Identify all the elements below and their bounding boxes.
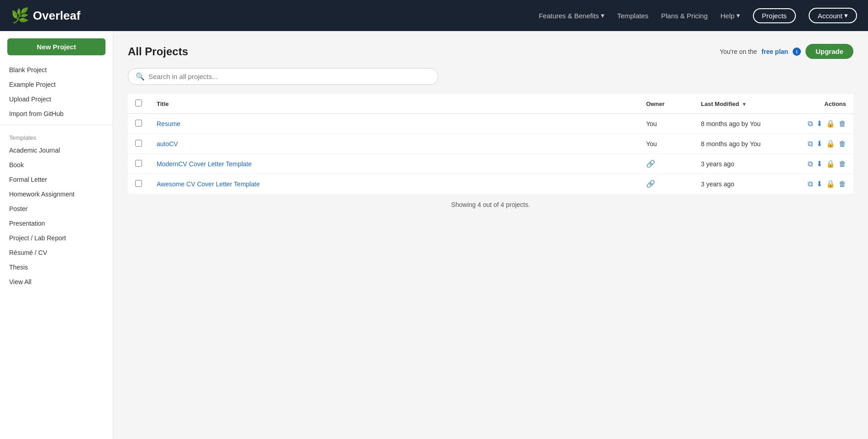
- sidebar-item-formal-letter[interactable]: Formal Letter: [0, 172, 113, 187]
- row-modified-cell: 8 months ago by You: [694, 134, 794, 154]
- search-input[interactable]: [148, 73, 431, 80]
- sidebar-item-example-project[interactable]: Example Project: [0, 77, 113, 92]
- row-actions-cell: ⧉⬇🔒🗑: [794, 174, 853, 194]
- col-header-modified[interactable]: Last Modified ▼: [694, 94, 794, 114]
- sidebar-item-view-all[interactable]: View All: [0, 275, 113, 289]
- templates-section-label: Templates: [0, 129, 113, 143]
- download-icon[interactable]: ⬇: [816, 139, 822, 148]
- showing-text: Showing 4 out of 4 projects.: [128, 201, 853, 208]
- project-link[interactable]: Awesome CV Cover Letter Template: [157, 180, 260, 188]
- projects-button[interactable]: Projects: [753, 8, 796, 23]
- sidebar-item-presentation[interactable]: Presentation: [0, 216, 113, 231]
- chevron-down-icon: ▾: [844, 11, 848, 20]
- row-checkbox-cell: [128, 114, 149, 134]
- sidebar-item-book[interactable]: Book: [0, 158, 113, 172]
- download-icon[interactable]: ⬇: [816, 159, 822, 168]
- row-checkbox[interactable]: [135, 160, 142, 167]
- row-checkbox-cell: [128, 174, 149, 194]
- row-modified-cell: 3 years ago: [694, 174, 794, 194]
- download-icon[interactable]: ⬇: [816, 119, 822, 128]
- nav-links: Features & Benefits ▾ Templates Plans & …: [539, 8, 857, 23]
- account-button[interactable]: Account ▾: [809, 8, 857, 23]
- plan-info: You're on the free plan i Upgrade: [720, 44, 853, 59]
- logo: 🌿 Overleaf: [11, 7, 80, 24]
- delete-icon[interactable]: 🗑: [839, 140, 846, 148]
- copy-icon[interactable]: ⧉: [808, 140, 813, 148]
- row-owner-cell: You: [639, 134, 694, 154]
- upgrade-button[interactable]: Upgrade: [805, 44, 853, 59]
- nav-pricing[interactable]: Plans & Pricing: [661, 12, 708, 20]
- sidebar-item-project-lab-report[interactable]: Project / Lab Report: [0, 231, 113, 245]
- project-link[interactable]: ModernCV Cover Letter Template: [157, 160, 252, 168]
- plan-name: free plan: [762, 48, 788, 55]
- col-header-checkbox: [128, 94, 149, 114]
- row-checkbox-cell: [128, 134, 149, 154]
- col-header-actions: Actions: [794, 94, 853, 114]
- row-actions-cell: ⧉⬇🔒🗑: [794, 154, 853, 174]
- archive-icon[interactable]: 🔒: [826, 180, 835, 188]
- sidebar-item-academic-journal[interactable]: Academic Journal: [0, 143, 113, 158]
- row-title-cell: autoCV: [149, 134, 639, 154]
- row-checkbox[interactable]: [135, 120, 142, 127]
- copy-icon[interactable]: ⧉: [808, 160, 813, 168]
- sidebar-item-thesis[interactable]: Thesis: [0, 260, 113, 275]
- row-modified-cell: 3 years ago: [694, 154, 794, 174]
- sidebar-item-import-github[interactable]: Import from GitHub: [0, 106, 113, 121]
- project-link[interactable]: Resume: [157, 120, 180, 127]
- new-project-button[interactable]: New Project: [7, 38, 105, 55]
- archive-icon[interactable]: 🔒: [826, 139, 835, 148]
- table-row: ResumeYou8 months ago by You⧉⬇🔒🗑: [128, 114, 853, 134]
- row-modified-cell: 8 months ago by You: [694, 114, 794, 134]
- copy-icon[interactable]: ⧉: [808, 180, 813, 188]
- actions-container: ⧉⬇🔒🗑: [801, 180, 846, 188]
- sidebar-item-blank-project[interactable]: Blank Project: [0, 63, 113, 77]
- row-owner-cell: You: [639, 114, 694, 134]
- row-actions-cell: ⧉⬇🔒🗑: [794, 134, 853, 154]
- sidebar-item-resume-cv[interactable]: Résumé / CV: [0, 245, 113, 260]
- row-checkbox[interactable]: [135, 140, 142, 147]
- row-title-cell: Awesome CV Cover Letter Template: [149, 174, 639, 194]
- col-header-owner: Owner: [639, 94, 694, 114]
- download-icon[interactable]: ⬇: [816, 180, 822, 188]
- header: 🌿 Overleaf Features & Benefits ▾ Templat…: [0, 0, 868, 31]
- delete-icon[interactable]: 🗑: [839, 160, 846, 168]
- projects-table: Title Owner Last Modified ▼ Actions Resu…: [128, 94, 853, 194]
- copy-icon[interactable]: ⧉: [808, 120, 813, 128]
- table-row: Awesome CV Cover Letter Template🔗3 years…: [128, 174, 853, 194]
- delete-icon[interactable]: 🗑: [839, 120, 846, 128]
- overleaf-logo-icon: 🌿: [11, 7, 29, 24]
- sort-arrow-icon: ▼: [742, 101, 747, 107]
- table-row: autoCVYou8 months ago by You⧉⬇🔒🗑: [128, 134, 853, 154]
- col-header-title: Title: [149, 94, 639, 114]
- actions-container: ⧉⬇🔒🗑: [801, 159, 846, 168]
- row-actions-cell: ⧉⬇🔒🗑: [794, 114, 853, 134]
- chevron-down-icon: ▾: [736, 11, 740, 20]
- sidebar-item-homework-assignment[interactable]: Homework Assignment: [0, 187, 113, 201]
- shared-link-icon: 🔗: [646, 160, 655, 168]
- nav-features[interactable]: Features & Benefits ▾: [539, 11, 605, 20]
- page-title: All Projects: [128, 45, 188, 58]
- actions-container: ⧉⬇🔒🗑: [801, 139, 846, 148]
- archive-icon[interactable]: 🔒: [826, 119, 835, 128]
- logo-text: Overleaf: [33, 9, 80, 23]
- table-row: ModernCV Cover Letter Template🔗3 years a…: [128, 154, 853, 174]
- nav-templates[interactable]: Templates: [617, 12, 648, 20]
- row-owner-cell: 🔗: [639, 174, 694, 194]
- select-all-checkbox[interactable]: [135, 100, 142, 106]
- sidebar: New Project Blank Project Example Projec…: [0, 31, 113, 439]
- actions-container: ⧉⬇🔒🗑: [801, 119, 846, 128]
- row-checkbox[interactable]: [135, 180, 142, 187]
- row-title-cell: ModernCV Cover Letter Template: [149, 154, 639, 174]
- plan-text: You're on the: [720, 48, 757, 55]
- search-icon: 🔍: [136, 72, 145, 81]
- nav-help[interactable]: Help ▾: [721, 11, 740, 20]
- row-title-cell: Resume: [149, 114, 639, 134]
- search-bar: 🔍: [128, 68, 438, 85]
- archive-icon[interactable]: 🔒: [826, 159, 835, 168]
- sidebar-item-upload-project[interactable]: Upload Project: [0, 92, 113, 106]
- project-link[interactable]: autoCV: [157, 140, 178, 148]
- sidebar-item-poster[interactable]: Poster: [0, 201, 113, 216]
- row-checkbox-cell: [128, 154, 149, 174]
- info-icon[interactable]: i: [793, 48, 801, 56]
- delete-icon[interactable]: 🗑: [839, 180, 846, 188]
